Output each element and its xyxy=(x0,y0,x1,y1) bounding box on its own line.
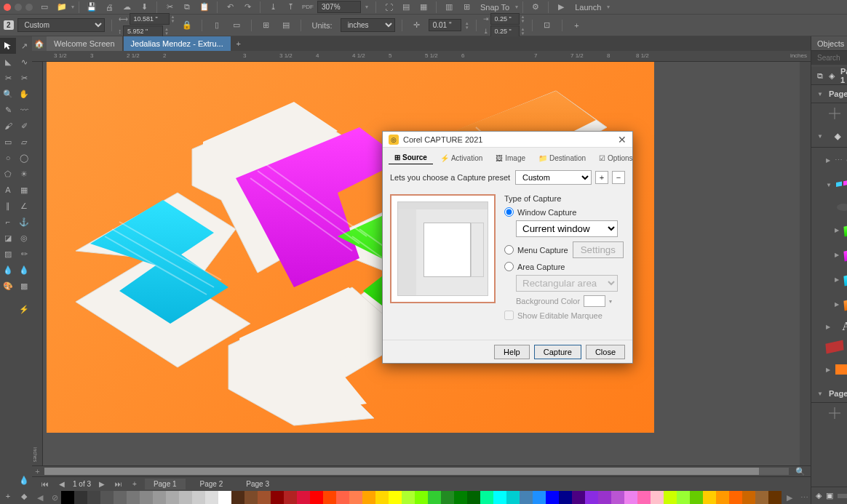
units-dropdown[interactable]: inches xyxy=(341,18,395,32)
close-button[interactable]: Close xyxy=(586,345,625,359)
table-icon[interactable]: ▦ xyxy=(16,182,32,198)
color-swatch[interactable] xyxy=(598,491,611,504)
tree-curve[interactable]: Curve xyxy=(811,337,847,357)
page-width-input[interactable] xyxy=(130,13,170,25)
cut-icon[interactable]: ✂ xyxy=(162,1,178,14)
last-page-button[interactable]: ⏭ xyxy=(113,480,124,488)
color-swatch[interactable] xyxy=(651,491,664,504)
new-doc-icon[interactable]: ▭ xyxy=(36,1,52,14)
tree-pc4[interactable]: ▶ PowerClip Curve xyxy=(811,292,847,316)
tree-guides1[interactable]: Guides 🖨 ✎ xyxy=(811,103,847,124)
open-folder-icon[interactable]: 📁 xyxy=(54,1,70,14)
color-swatch[interactable] xyxy=(690,491,703,504)
artistic-tool-icon[interactable]: 🖌 xyxy=(0,118,16,134)
color-swatch[interactable] xyxy=(480,491,493,504)
eyedropper2-icon[interactable]: 💧 xyxy=(16,472,32,488)
color-swatch[interactable] xyxy=(611,491,624,504)
color-swatch[interactable] xyxy=(244,491,258,504)
page-sort-icon[interactable]: + xyxy=(32,466,43,476)
color-swatch[interactable] xyxy=(271,491,284,504)
color-swatch[interactable] xyxy=(74,491,87,504)
freetransform-icon[interactable]: ↗ xyxy=(16,38,32,54)
color-swatch[interactable] xyxy=(297,491,310,504)
add-tool-icon[interactable]: + xyxy=(0,488,16,504)
current-page-icon[interactable]: ▤ xyxy=(278,19,294,32)
color-swatch[interactable] xyxy=(454,491,467,504)
color-swatch[interactable] xyxy=(755,491,768,504)
portrait-icon[interactable]: ▯ xyxy=(209,19,225,32)
home-tab-icon[interactable]: 🏠 xyxy=(32,36,47,51)
snap-icon[interactable]: ⊞ xyxy=(458,1,474,14)
add-icon[interactable]: + xyxy=(569,19,585,32)
grid-icon[interactable]: ▦ xyxy=(415,1,432,14)
preset-add-button[interactable]: + xyxy=(595,171,608,184)
color-swatch[interactable] xyxy=(729,491,742,504)
palette-more-button[interactable]: ⋯ xyxy=(798,491,811,504)
window-close-dot[interactable] xyxy=(4,4,11,11)
color-swatch[interactable] xyxy=(572,491,585,504)
page-preset-dropdown[interactable]: Custom xyxy=(17,18,105,32)
document-tab[interactable]: Jedalias Mendez - Extru... xyxy=(124,36,231,51)
smooth-icon[interactable]: ∿ xyxy=(16,54,32,70)
opacity-slider[interactable] xyxy=(838,494,847,498)
color-swatch[interactable] xyxy=(546,491,559,504)
impact-icon[interactable]: ☀ xyxy=(16,166,32,182)
capture-button[interactable]: Capture xyxy=(534,345,581,359)
prev-page-button[interactable]: ◀ xyxy=(57,480,67,488)
color-swatch[interactable] xyxy=(768,491,782,504)
color-swatch[interactable] xyxy=(231,491,244,504)
add-tab-button[interactable]: + xyxy=(232,36,245,51)
connector-tool-icon[interactable]: ⌐ xyxy=(0,214,16,230)
color-swatch[interactable] xyxy=(61,491,74,504)
page1-tab[interactable]: Page 1 xyxy=(145,479,186,489)
first-page-button[interactable]: ⏮ xyxy=(39,480,51,488)
color-swatch[interactable] xyxy=(624,491,637,504)
page-stack-icon[interactable]: ⧉ xyxy=(817,71,823,81)
transparency-tool-icon[interactable]: ▨ xyxy=(0,246,16,262)
window-capture-radio[interactable]: Window Capture xyxy=(504,207,625,217)
nudge-icon[interactable]: ✛ xyxy=(409,19,425,32)
quickcustom-icon[interactable]: ⚡ xyxy=(16,301,32,317)
tree-innershadow[interactable]: Inner Shadow xyxy=(811,197,847,217)
color-swatch[interactable] xyxy=(402,491,415,504)
tab-source[interactable]: ⊞Source xyxy=(389,151,433,164)
transform-icon[interactable]: ⊡ xyxy=(539,19,555,32)
attributes-eyedropper-icon[interactable]: 💧 xyxy=(16,262,32,278)
page3-tab[interactable]: Page 3 xyxy=(237,479,278,489)
3point-ellipse-icon[interactable]: ◯ xyxy=(16,150,32,166)
color-swatch[interactable] xyxy=(716,491,729,504)
outline-icon[interactable]: ✏ xyxy=(16,246,32,262)
horizontal-scrollbar[interactable] xyxy=(44,468,789,475)
duplicate-y-input[interactable] xyxy=(490,25,520,37)
window-min-dot[interactable] xyxy=(15,4,22,11)
color-swatch[interactable] xyxy=(664,491,677,504)
area-capture-radio[interactable]: Area Capture xyxy=(504,262,625,271)
eyedropper-tool-icon[interactable]: 💧 xyxy=(0,262,16,278)
color-swatch[interactable] xyxy=(389,491,402,504)
redo-icon[interactable]: ↷ xyxy=(239,1,255,14)
color-swatch[interactable] xyxy=(375,491,389,504)
color-swatch[interactable] xyxy=(179,491,192,504)
color-swatch[interactable] xyxy=(703,491,716,504)
color-swatch[interactable] xyxy=(493,491,506,504)
tree-extrude-text[interactable]: ▶ A EX TRU DE xyxy=(811,316,847,337)
rectangle-tool-icon[interactable]: ▭ xyxy=(0,134,16,150)
help-button[interactable]: Help xyxy=(494,345,530,359)
copy-icon[interactable]: ⧉ xyxy=(179,1,195,14)
tree-pc1[interactable]: ▶ PowerClip Curve xyxy=(811,217,847,242)
color-swatch[interactable] xyxy=(127,491,140,504)
color-swatch[interactable] xyxy=(415,491,428,504)
palette-prev-button[interactable]: ◀ xyxy=(32,491,48,504)
colorfill-icon[interactable]: ◆ xyxy=(16,488,32,504)
color-swatch[interactable] xyxy=(100,491,114,504)
vertical-scrollbar[interactable] xyxy=(800,62,811,465)
tree-pcrect[interactable]: ▶ PowerClip Rectangle xyxy=(811,357,847,382)
color-swatch[interactable] xyxy=(114,491,127,504)
color-swatch[interactable] xyxy=(87,491,100,504)
color-swatch[interactable] xyxy=(205,491,218,504)
window-max-dot[interactable] xyxy=(25,4,33,11)
color-swatch[interactable] xyxy=(192,491,205,504)
guides-icon[interactable]: ▥ xyxy=(441,1,457,14)
tree-pc3[interactable]: ▶ PowerClip Curve xyxy=(811,267,847,292)
zoom-to-fit-icon[interactable]: 🔍 xyxy=(795,467,806,476)
